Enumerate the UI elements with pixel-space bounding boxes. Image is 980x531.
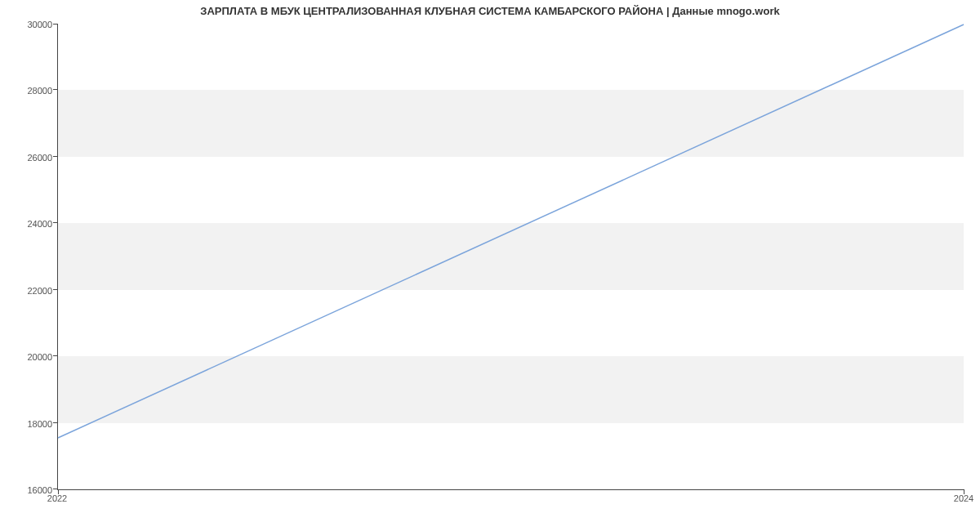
y-tick-label: 16000 — [3, 485, 52, 495]
y-tick-label: 18000 — [3, 419, 52, 429]
y-tick-label: 20000 — [3, 352, 52, 362]
chart-container: ЗАРПЛАТА В МБУК ЦЕНТРАЛИЗОВАННАЯ КЛУБНАЯ… — [0, 0, 980, 531]
x-tick-label: 2022 — [47, 493, 67, 503]
y-tick-label: 26000 — [3, 153, 52, 163]
chart-line-layer — [58, 25, 964, 489]
x-tick — [964, 489, 964, 494]
chart-title: ЗАРПЛАТА В МБУК ЦЕНТРАЛИЗОВАННАЯ КЛУБНАЯ… — [0, 5, 980, 17]
y-tick-label: 24000 — [3, 219, 52, 229]
plot-area — [57, 25, 964, 490]
y-tick-label: 22000 — [3, 286, 52, 296]
x-tick-label: 2024 — [954, 493, 973, 503]
x-tick — [58, 489, 59, 494]
y-tick-label: 28000 — [3, 86, 52, 96]
data-series-line — [58, 25, 964, 438]
y-tick-label: 30000 — [3, 20, 52, 29]
